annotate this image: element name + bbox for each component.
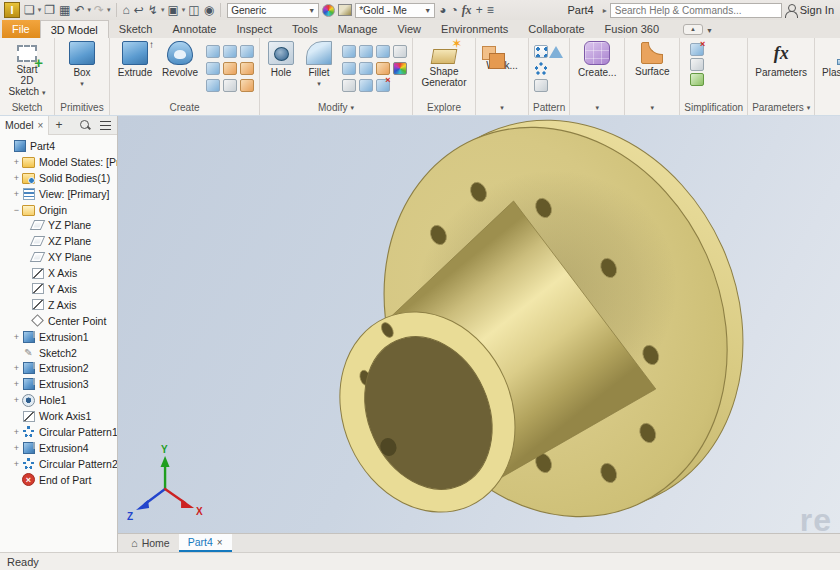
work-features-button[interactable]: Work... — [480, 41, 524, 71]
revolve-button[interactable]: Revolve — [159, 41, 201, 78]
ribbon-tab-sketch[interactable]: Sketch — [109, 20, 163, 38]
chevron-down-icon[interactable]: ▾ — [38, 1, 42, 19]
thread-icon[interactable] — [359, 45, 373, 58]
create-group-label[interactable]: Create — [110, 100, 259, 115]
adjust-color-icon[interactable] — [393, 62, 407, 75]
tree-item[interactable]: +Model States: [Primary] — [3, 154, 117, 170]
home-icon[interactable]: ⌂ — [122, 1, 131, 19]
primitives-group-label[interactable]: Primitives — [55, 100, 109, 115]
move-bodies-icon[interactable] — [342, 79, 356, 92]
expand-icon[interactable]: + — [12, 459, 21, 469]
flange-part[interactable] — [309, 116, 804, 533]
plastic-group-label[interactable]: ▾ — [815, 100, 840, 115]
new-file-icon[interactable]: ❏ — [23, 1, 36, 19]
hole-button[interactable]: Hole — [264, 41, 298, 78]
rib-icon[interactable] — [240, 45, 254, 58]
parameters-group-label[interactable]: Parameters▾ — [748, 100, 814, 115]
derive-icon[interactable] — [240, 62, 254, 75]
expand-icon[interactable]: + — [12, 427, 21, 437]
explore-group-label[interactable]: Explore — [413, 100, 475, 115]
expand-icon[interactable]: + — [12, 443, 21, 453]
add-parameter-icon[interactable]: + — [475, 1, 484, 19]
insert-icon[interactable]: ▣ — [166, 1, 179, 19]
delete-face-icon[interactable] — [376, 79, 390, 92]
surface-group-label[interactable]: ▾ — [625, 100, 679, 115]
ribbon-tab-collaborate[interactable]: Collaborate — [518, 20, 594, 38]
box-button[interactable]: Box ▾ — [59, 41, 105, 89]
tree-item[interactable]: Center Point — [3, 313, 117, 329]
chevron-down-icon[interactable]: ▼ — [706, 27, 713, 34]
open-icon[interactable]: ❐ — [43, 1, 56, 19]
extrude-button[interactable]: Extrude — [114, 41, 156, 78]
ribbon-tab-inspect[interactable]: Inspect — [227, 20, 282, 38]
tree-item[interactable]: +Circular Pattern2 — [3, 456, 117, 472]
tree-item[interactable]: Part4 — [3, 138, 117, 154]
tree-item[interactable]: +View: [Primary] — [3, 186, 117, 202]
expand-icon[interactable]: + — [12, 189, 21, 199]
menu-icon[interactable] — [100, 121, 111, 130]
ribbon-tab-fusion-360[interactable]: Fusion 360 — [595, 20, 669, 38]
sketch-driven-pattern-icon[interactable] — [534, 79, 548, 92]
work-group-label[interactable]: ▾ — [476, 100, 528, 115]
chevron-down-icon[interactable]: ▾ — [182, 1, 186, 19]
clear-appearance-icon[interactable]: ◔ — [449, 1, 458, 19]
search-icon[interactable] — [80, 120, 90, 131]
chevron-down-icon[interactable]: ▾ — [87, 1, 91, 19]
combine-icon[interactable] — [359, 62, 373, 75]
appearance-combo[interactable]: *Gold - Me▼ — [355, 3, 435, 18]
fx-parameters-icon[interactable]: fx — [461, 1, 473, 19]
expand-icon[interactable]: + — [12, 157, 21, 167]
copy-object-icon[interactable] — [376, 62, 390, 75]
sign-in-button[interactable]: Sign In — [800, 4, 836, 16]
ribbon-collapse-button[interactable]: ▲ — [683, 24, 703, 35]
tree-item[interactable]: End of Part — [3, 472, 117, 488]
freeform-group-label[interactable]: ▾ — [570, 100, 624, 115]
collaborate-icon[interactable]: ◫ — [187, 1, 200, 19]
expand-icon[interactable]: + — [12, 395, 21, 405]
simplify-fill-icon[interactable] — [690, 58, 704, 71]
tree-item[interactable]: Sketch2 — [3, 345, 117, 361]
mirror-icon[interactable] — [549, 46, 563, 58]
ribbon-tab-view[interactable]: View — [387, 20, 431, 38]
modify-group-label[interactable]: Modify▾ — [260, 100, 412, 115]
parameters-button[interactable]: Parameters — [752, 41, 810, 78]
browser-tab-model[interactable]: Model × — [0, 116, 49, 135]
sketch-group-label[interactable]: Sketch — [0, 100, 54, 115]
pattern-group-label[interactable]: Pattern — [529, 100, 569, 115]
circular-pattern-icon[interactable] — [534, 62, 548, 75]
coil-icon[interactable] — [206, 62, 220, 75]
start-2d-sketch-button[interactable]: Start 2D Sketch ▾ — [4, 41, 50, 98]
tree-item[interactable]: XY Plane — [3, 249, 117, 265]
create-freeform-button[interactable]: Create... — [574, 41, 620, 78]
tree-item[interactable]: +Circular Pattern1 — [3, 424, 117, 440]
import-icon[interactable] — [240, 79, 254, 92]
expand-icon[interactable]: + — [12, 173, 21, 183]
emboss-icon[interactable] — [223, 62, 237, 75]
part4-tab[interactable]: Part4 × — [179, 534, 232, 552]
shape-generator-button[interactable]: Shape Generator — [417, 41, 471, 88]
adjust-appearance-icon[interactable]: ◕ — [438, 1, 447, 19]
redo-icon[interactable]: ↷ — [93, 1, 105, 19]
close-icon[interactable]: × — [217, 537, 223, 548]
render-icon[interactable]: ◉ — [203, 1, 215, 19]
ribbon-tab-file[interactable]: File — [2, 20, 40, 38]
add-panel-button[interactable]: + — [49, 118, 68, 132]
simplify-replace-icon[interactable] — [690, 73, 704, 86]
fillet-button[interactable]: Fillet ▾ — [301, 41, 337, 89]
expand-icon[interactable]: + — [12, 332, 21, 342]
thicken-icon[interactable] — [206, 79, 220, 92]
chevron-down-icon[interactable]: ▾ — [107, 1, 111, 19]
expand-icon[interactable]: + — [12, 379, 21, 389]
save-icon[interactable]: ▦ — [58, 1, 71, 19]
title-arrow-icon[interactable]: ▸ — [603, 6, 607, 15]
undo-icon[interactable]: ↶ — [73, 1, 85, 19]
material-style-combo[interactable]: Generic▼ — [227, 3, 319, 18]
tree-item[interactable]: +Hole1 — [3, 392, 117, 408]
return-icon[interactable]: ↩ — [133, 1, 145, 19]
loft-icon[interactable] — [223, 45, 237, 58]
chamfer-icon[interactable] — [342, 45, 356, 58]
quick-change-icon[interactable]: ↯ — [147, 1, 159, 19]
tree-item[interactable]: +Extrusion2 — [3, 360, 117, 376]
close-icon[interactable]: × — [38, 120, 44, 131]
draft-icon[interactable] — [342, 62, 356, 75]
